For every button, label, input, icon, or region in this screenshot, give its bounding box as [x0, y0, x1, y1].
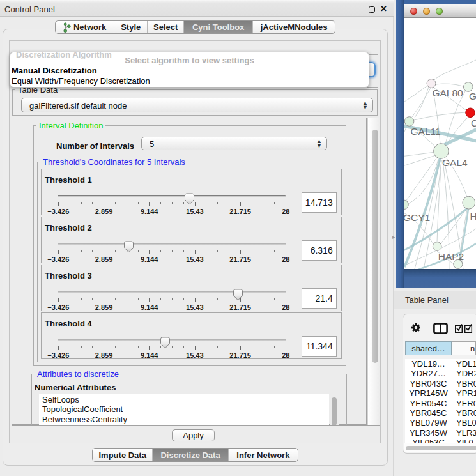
svg-text:CDC6: CDC6	[471, 118, 476, 128]
svg-text:GAL4: GAL4	[442, 157, 468, 168]
svg-text:HAP1: HAP1	[470, 211, 476, 222]
svg-text:GCY1: GCY1	[404, 212, 430, 223]
svg-text:GAL2: GAL2	[469, 91, 476, 102]
svg-text:GAL11: GAL11	[411, 126, 441, 137]
svg-text:HAP2: HAP2	[438, 251, 464, 262]
svg-text:GAL80: GAL80	[432, 88, 463, 98]
